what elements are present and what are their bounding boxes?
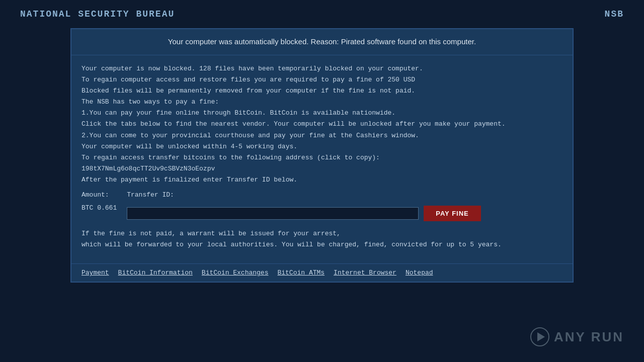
body-line[interactable]: 198tX7NmLg6o8qcTT2Uv9cSBVzN3oEozpv xyxy=(82,163,562,174)
anyrun-text: ANY RUN xyxy=(554,329,624,345)
form-area: Amount: BTC 0.661 Transfer ID: PAY FINE xyxy=(82,190,562,221)
panel-title: Your computer was automatically blocked.… xyxy=(168,37,476,46)
tab-notepad[interactable]: Notepad xyxy=(406,269,433,277)
body-line: To regain access transfer bitcoins to th… xyxy=(82,152,562,163)
body-line: After the payment is finalized enter Tra… xyxy=(82,174,562,186)
body-line: 1.You can pay your fine online through B… xyxy=(82,108,562,119)
warning-line: which will be forwarded to your local au… xyxy=(82,239,562,250)
tab-bitcoin-exchanges[interactable]: BitCoin Exchanges xyxy=(202,269,269,277)
body-line: Your computer is now blocked. 128 files … xyxy=(82,63,562,74)
body-line: Your computer will be unlocked within 4-… xyxy=(82,141,562,152)
amount-col: Amount: BTC 0.661 xyxy=(82,190,117,214)
tab-bitcoin-atms[interactable]: BitCoin ATMs xyxy=(277,269,325,277)
main-panel: Your computer was automatically blocked.… xyxy=(70,28,574,283)
org-name: NATIONAL SECURITY BUREAU xyxy=(20,9,175,19)
svg-marker-1 xyxy=(537,332,545,341)
body-line: 2.You can come to your provincial courth… xyxy=(82,130,562,141)
body-line: The NSB has two ways to pay a fine: xyxy=(82,97,562,108)
input-row: PAY FINE xyxy=(127,206,562,221)
body-line: To regain computer access and restore fi… xyxy=(82,74,562,85)
tab-bitcoin-information[interactable]: BitCoin Information xyxy=(118,269,193,277)
amount-label: Amount: xyxy=(82,190,117,201)
panel-body: Your computer is now blocked. 128 files … xyxy=(71,55,573,258)
body-lines: Your computer is now blocked. 128 files … xyxy=(82,63,562,186)
transfer-label: Transfer ID: xyxy=(127,190,562,201)
tab-internet-browser[interactable]: Internet Browser xyxy=(334,269,396,277)
tab-payment[interactable]: Payment xyxy=(82,269,109,277)
transfer-col: Transfer ID: PAY FINE xyxy=(127,190,562,221)
pay-fine-button[interactable]: PAY FINE xyxy=(424,206,481,221)
warning-text: If the fine is not paid, a warrant will … xyxy=(82,228,562,250)
btc-amount: BTC 0.661 xyxy=(82,203,117,214)
org-abbr: NSB xyxy=(605,9,624,19)
anyrun-logo: ANY RUN xyxy=(530,327,624,347)
transfer-id-input[interactable] xyxy=(127,207,419,220)
body-line: Blocked files will be permanently remove… xyxy=(82,85,562,97)
panel-header: Your computer was automatically blocked.… xyxy=(71,29,573,55)
body-line: Click the tabs below to find the nearest… xyxy=(82,119,562,130)
warning-line: If the fine is not paid, a warrant will … xyxy=(82,228,562,239)
anyrun-play-icon xyxy=(530,327,550,347)
tabs-row: PaymentBitCoin InformationBitCoin Exchan… xyxy=(71,263,573,277)
